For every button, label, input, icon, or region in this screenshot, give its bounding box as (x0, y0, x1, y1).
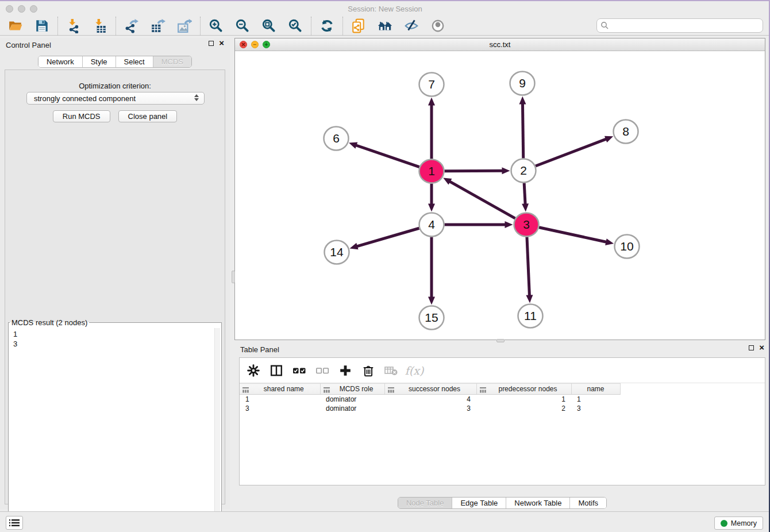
import-network-icon[interactable] (66, 18, 81, 33)
graph-node-1[interactable]: 1 (419, 160, 444, 183)
table-cell[interactable]: 1 (571, 395, 620, 404)
splitter-handle-vertical[interactable] (232, 271, 235, 283)
import-table-icon[interactable] (93, 18, 107, 33)
tab-network-table[interactable]: Network Table (506, 498, 569, 508)
tab-style[interactable]: Style (82, 56, 116, 67)
graph-node-14[interactable]: 14 (325, 241, 349, 264)
graph-edge[interactable] (356, 228, 419, 246)
table-cell[interactable]: 1 (476, 395, 571, 404)
column-header-predecessor-nodes[interactable]: predecessor nodes (476, 384, 571, 395)
folder-open-icon[interactable] (8, 18, 23, 33)
graph-edge[interactable] (522, 103, 523, 158)
mcds-result-fieldset: MCDS result (2 nodes) 13 (8, 318, 222, 532)
svg-text:1: 1 (428, 164, 435, 178)
task-history-button[interactable] (6, 516, 23, 530)
gear-icon[interactable] (247, 364, 260, 377)
network-graph: 7968124314101511 (235, 51, 765, 340)
table-cell[interactable]: 1 (240, 395, 320, 404)
graph-edge-arrowhead (502, 167, 510, 174)
export-table-icon[interactable] (151, 18, 165, 33)
table-cell-empty (620, 404, 765, 413)
table-cell[interactable]: 2 (476, 404, 571, 413)
graph-edge-arrowhead (349, 243, 358, 250)
clone-network-icon[interactable] (351, 18, 366, 33)
network-minimize-button[interactable]: − (251, 41, 259, 48)
graph-node-8[interactable]: 8 (614, 120, 638, 144)
float-panel-icon[interactable] (209, 41, 214, 46)
graph-edge[interactable] (539, 228, 607, 242)
search-input[interactable] (596, 18, 763, 33)
export-image-icon[interactable] (177, 18, 192, 33)
close-table-panel-icon[interactable]: × (759, 345, 764, 350)
table-row[interactable]: 3dominator323 (240, 404, 765, 413)
tab-select[interactable]: Select (116, 56, 153, 67)
svg-text:14: 14 (330, 245, 344, 259)
tab-node-table[interactable]: Node Table (398, 498, 452, 508)
tab-edge-table[interactable]: Edge Table (452, 498, 506, 508)
criterion-dropdown-value: strongly connected component (34, 94, 136, 103)
mcds-result-text[interactable]: 13 (10, 328, 220, 532)
svg-text:7: 7 (428, 78, 435, 91)
eye-slash-icon[interactable] (404, 18, 419, 33)
table-row[interactable]: 1dominator411 (240, 395, 765, 404)
graph-edge-arrowhead (605, 238, 614, 245)
houses-icon[interactable] (378, 18, 392, 33)
column-header-shared-name[interactable]: shared name (240, 384, 320, 395)
column-header-successor-nodes[interactable]: successor nodes (384, 384, 476, 395)
table-cell[interactable]: dominator (320, 395, 384, 404)
result-scrollbar[interactable] (214, 328, 220, 532)
table-cell[interactable]: 3 (571, 404, 620, 413)
graph-edge[interactable] (524, 183, 525, 205)
float-table-panel-icon[interactable] (749, 345, 754, 350)
graph-edge[interactable] (527, 237, 530, 296)
dropdown-stepper-icon (194, 94, 199, 101)
close-panel-icon[interactable]: × (219, 40, 224, 46)
graph-edge[interactable] (449, 181, 515, 218)
node-table: shared name MCDS role successor nodes pr… (240, 383, 765, 413)
graph-node-2[interactable]: 2 (511, 159, 536, 183)
network-window-titlebar[interactable]: scc.txt ✕ − + (235, 38, 765, 51)
attribute-icon (388, 387, 394, 395)
graph-node-4[interactable]: 4 (419, 213, 444, 237)
select-all-icon[interactable] (292, 364, 306, 377)
function-builder-icon: f(x) (407, 364, 421, 377)
memory-button[interactable]: Memory (714, 516, 763, 530)
table-cell[interactable]: 4 (384, 395, 476, 404)
graph-node-7[interactable]: 7 (419, 73, 444, 97)
table-cell[interactable]: 3 (240, 404, 320, 413)
zoom-fit-icon[interactable] (261, 18, 276, 33)
network-maximize-button[interactable]: + (263, 41, 270, 48)
tab-network[interactable]: Network (38, 56, 82, 67)
graph-edge[interactable] (355, 145, 419, 167)
graph-node-15[interactable]: 15 (419, 306, 444, 330)
deselect-all-icon[interactable] (315, 364, 329, 377)
export-network-icon[interactable] (124, 18, 139, 33)
split-panel-icon[interactable] (270, 364, 283, 377)
column-header-mcds-role[interactable]: MCDS role (320, 384, 384, 395)
graph-node-6[interactable]: 6 (324, 127, 349, 151)
zoom-selected-icon[interactable] (288, 18, 303, 33)
svg-text:9: 9 (519, 76, 526, 90)
graph-edge[interactable] (444, 171, 503, 171)
graph-node-11[interactable]: 11 (518, 304, 543, 328)
criterion-dropdown[interactable]: strongly connected component (26, 92, 205, 105)
table-cell[interactable]: dominator (320, 404, 384, 413)
graph-node-9[interactable]: 9 (510, 72, 535, 95)
floppy-save-icon[interactable] (34, 18, 49, 33)
table-cell[interactable]: 3 (384, 404, 476, 413)
graph-edge[interactable] (536, 139, 607, 166)
zoom-in-icon[interactable] (209, 18, 224, 33)
zoom-out-icon[interactable] (235, 18, 250, 33)
add-column-icon[interactable] (338, 364, 352, 377)
network-canvas[interactable]: 7968124314101511 (235, 51, 765, 340)
column-header-name[interactable]: name (571, 384, 620, 395)
refresh-icon[interactable] (319, 18, 334, 33)
trash-icon[interactable] (361, 364, 375, 377)
network-close-button[interactable]: ✕ (240, 41, 247, 48)
tab-mcds[interactable]: MCDS (153, 56, 191, 67)
graph-node-3[interactable]: 3 (514, 213, 539, 237)
run-mcds-button[interactable]: Run MCDS (53, 110, 110, 122)
close-panel-button[interactable]: Close panel (118, 110, 178, 122)
graph-node-10[interactable]: 10 (615, 235, 640, 259)
tab-motifs[interactable]: Motifs (569, 498, 606, 508)
